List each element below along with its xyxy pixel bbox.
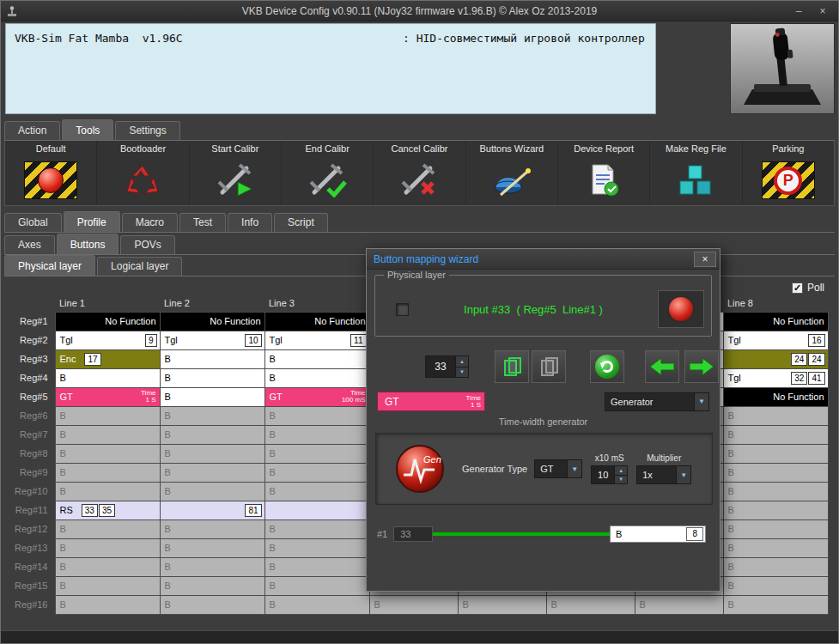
grid-cell[interactable]: Tgl3241 (723, 368, 828, 387)
grid-cell[interactable]: No Function (723, 387, 828, 406)
grid-cell[interactable]: B (723, 538, 828, 557)
window-titlebar[interactable]: VKB Device Config v0.90.11 (NJoy32 firmw… (1, 1, 838, 21)
grid-cell[interactable]: B (264, 557, 369, 576)
grid-cell[interactable]: B (723, 595, 828, 614)
tab-tools[interactable]: Tools (62, 119, 113, 140)
grid-cell[interactable]: B (723, 576, 828, 595)
dialog-titlebar[interactable]: Button mapping wizard × (367, 249, 720, 270)
parking-button[interactable]: ParkingP (743, 141, 834, 205)
grid-cell[interactable]: B (264, 368, 369, 387)
end-calibr-button[interactable]: End Calibr (282, 141, 374, 205)
grid-cell[interactable] (264, 501, 369, 519)
grid-cell[interactable]: B (55, 519, 160, 538)
copy-button[interactable] (495, 350, 529, 383)
grid-cell[interactable]: B (160, 538, 264, 557)
grid-cell[interactable]: B (55, 463, 160, 482)
grid-cell[interactable]: B (723, 519, 828, 538)
tab-test[interactable]: Test (179, 213, 226, 232)
grid-cell[interactable]: B (723, 463, 828, 482)
grid-cell[interactable]: B (264, 576, 369, 595)
grid-cell[interactable]: B (55, 595, 160, 614)
grid-cell[interactable]: B (723, 501, 828, 519)
grid-cell[interactable]: B (55, 444, 160, 463)
grid-cell[interactable]: B (160, 425, 264, 444)
spinner-down-icon[interactable]: ▼ (615, 476, 627, 484)
input-checkbox[interactable] (396, 303, 409, 316)
grid-cell[interactable]: B (160, 444, 264, 463)
buttons-wizard-button[interactable]: Buttons Wizard (466, 141, 558, 205)
grid-cell[interactable]: No Function (723, 312, 828, 331)
grid-cell[interactable]: RS3335 (55, 501, 160, 519)
grid-cell[interactable]: B (160, 368, 264, 387)
prev-input-button[interactable] (645, 350, 679, 383)
tab-logical-layer[interactable]: Logical layer (97, 257, 182, 276)
grid-cell[interactable]: No Function (160, 312, 264, 331)
tab-global[interactable]: Global (4, 213, 62, 232)
grid-cell[interactable]: B (546, 595, 635, 614)
grid-cell[interactable]: B (160, 482, 264, 501)
grid-cell[interactable]: B (264, 406, 369, 425)
grid-cell[interactable]: B (160, 387, 264, 406)
grid-cell[interactable]: B (723, 482, 828, 501)
grid-cell[interactable]: B (264, 519, 369, 538)
grid-cell[interactable]: B (723, 425, 828, 444)
tab-buttons[interactable]: Buttons (57, 234, 119, 254)
default-button[interactable]: Default (5, 141, 97, 205)
spinner-up-icon[interactable]: ▲ (615, 466, 627, 476)
grid-cell[interactable]: Enc17 (55, 349, 160, 368)
tab-axes[interactable]: Axes (4, 235, 55, 254)
cancel-calibr-button[interactable]: Cancel Calibr (374, 141, 465, 205)
grid-cell[interactable]: B (55, 406, 160, 425)
grid-cell[interactable]: B (264, 444, 369, 463)
grid-cell[interactable]: GTTime1 S (55, 387, 160, 406)
grid-cell[interactable]: B (264, 595, 369, 614)
next-input-button[interactable] (684, 350, 719, 383)
grid-cell[interactable]: B (160, 406, 264, 425)
bootloader-button[interactable]: Bootloader (97, 141, 189, 205)
grid-cell[interactable]: 2424 (723, 349, 828, 368)
grid-cell[interactable]: B (635, 595, 723, 614)
grid-cell[interactable]: B (369, 595, 458, 614)
spinner-up-icon[interactable]: ▲ (456, 356, 468, 368)
grid-cell[interactable]: B (55, 557, 160, 576)
grid-cell[interactable]: No Function (55, 312, 160, 331)
close-button[interactable]: × (812, 3, 833, 18)
grid-cell[interactable]: Tgl11 (264, 331, 369, 349)
grid-cell[interactable]: No Function (264, 312, 369, 331)
generator-type-dropdown[interactable]: GT ▼ (534, 459, 582, 478)
grid-cell[interactable]: B (723, 557, 828, 576)
grid-cell[interactable]: B (55, 576, 160, 595)
grid-cell[interactable]: GTTime100 mS (264, 387, 369, 406)
grid-cell[interactable]: B (55, 368, 160, 387)
grid-cell[interactable]: B (160, 463, 264, 482)
grid-cell[interactable]: B (160, 595, 264, 614)
grid-cell[interactable]: B (458, 595, 546, 614)
tab-physical-layer[interactable]: Physical layer (4, 255, 95, 276)
spinner-down-icon[interactable]: ▼ (456, 368, 468, 378)
grid-cell[interactable]: B (264, 463, 369, 482)
grid-cell[interactable]: B (160, 557, 264, 576)
start-calibr-button[interactable]: Start Calibr (190, 141, 282, 205)
grid-cell[interactable]: B (723, 444, 828, 463)
function-button[interactable]: GT Time 1 S (377, 392, 485, 411)
input-number-spinner[interactable]: 33 ▲ ▼ (425, 355, 469, 378)
grid-cell[interactable]: B (160, 349, 264, 368)
poll-checkbox[interactable]: ✓ Poll (792, 282, 824, 294)
grid-cell[interactable]: B (264, 349, 369, 368)
tab-info[interactable]: Info (228, 213, 272, 232)
grid-cell[interactable]: B (55, 482, 160, 501)
grid-cell[interactable]: B (264, 425, 369, 444)
grid-cell[interactable]: B (264, 482, 369, 501)
mapping-line[interactable] (433, 532, 610, 536)
tab-povs[interactable]: POVs (120, 235, 174, 254)
dialog-close-button[interactable]: × (694, 252, 716, 267)
grid-cell[interactable]: B (723, 406, 828, 425)
minimize-button[interactable]: – (788, 3, 809, 18)
grid-cell[interactable]: B (55, 425, 160, 444)
tab-macro[interactable]: Macro (122, 213, 178, 232)
x10ms-spinner[interactable]: 10 ▲ ▼ (591, 465, 628, 484)
multiplier-dropdown[interactable]: 1x ▼ (636, 465, 691, 484)
tab-settings[interactable]: Settings (115, 121, 179, 140)
tab-action[interactable]: Action (4, 121, 60, 140)
paste-button[interactable] (532, 350, 566, 383)
